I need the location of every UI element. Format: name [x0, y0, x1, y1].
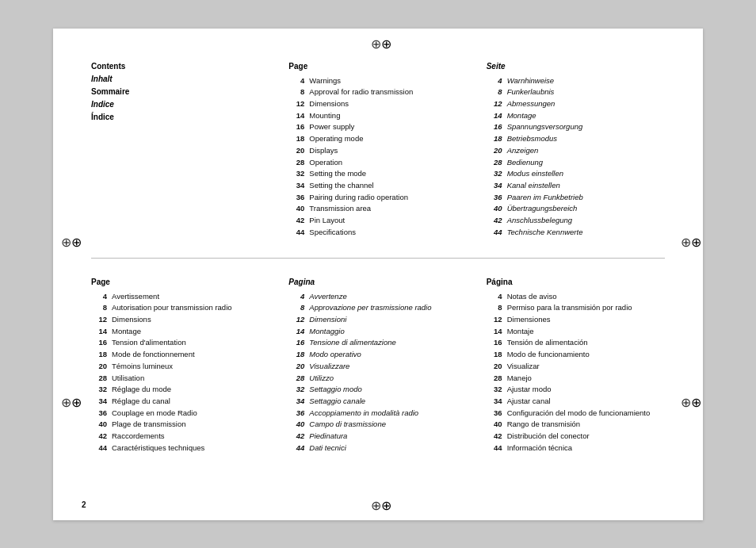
list-item: 16Tensione di alimentazione	[288, 337, 467, 349]
crosshair-bottom-icon: ⊕	[371, 498, 385, 512]
list-item: 18Betriebsmodus	[487, 133, 665, 145]
list-item: 40Transmission area	[288, 203, 467, 215]
list-item: 14Montaggio	[288, 326, 467, 338]
list-item: 14Montaje	[487, 326, 665, 338]
list-item: 14Mounting	[288, 110, 467, 122]
col3-bottom: Página 4Notas de aviso 8Permiso para la …	[477, 270, 674, 461]
list-item: 36Accoppiamento in modalità radio	[288, 408, 467, 420]
list-item: 36Paaren im Funkbetrieb	[487, 192, 665, 204]
list-item: 42Distribución del conector	[487, 431, 665, 443]
list-item: 40Rango de transmisión	[487, 419, 665, 431]
list-item: 4Avvertenze	[288, 291, 467, 303]
list-item: 8Approvazione per trasmissione radio	[288, 302, 467, 314]
list-item: 28Utilisation	[91, 373, 269, 385]
crosshair-left-bottom-icon: ⊕	[61, 395, 75, 409]
list-item: 28Utilizzo	[288, 373, 467, 385]
list-item: 28Operation	[288, 157, 467, 169]
list-item: 4Warnhinweise	[487, 75, 665, 87]
list-item: 44Specifications	[288, 227, 467, 239]
list-item: 16Tension d'alimentation	[91, 337, 269, 349]
list-item: 32Ajustar modo	[487, 384, 665, 396]
inhalt-label: Inhalt	[91, 73, 269, 86]
list-item: 42Anschlussbelegung	[487, 215, 665, 227]
list-item: 8Autorisation pour transmission radio	[91, 302, 269, 314]
list-item: 44Información técnica	[487, 443, 665, 454]
sommaire-label: Sommaire	[91, 86, 269, 98]
list-item: 14Montage	[91, 326, 269, 338]
list-item: 4Notas de aviso	[487, 291, 665, 303]
list-item: 42Pin Layout	[288, 215, 467, 227]
col2-top-header: Page	[288, 60, 467, 72]
list-item: 20Témoins lumineux	[91, 361, 269, 373]
list-item: 28Bedienung	[487, 157, 665, 169]
list-item: 42Raccordements	[91, 431, 269, 443]
bottom-content-grid: Page 4Avertissement 8Autorisation pour t…	[82, 270, 674, 461]
indice2-label: Índice	[91, 111, 269, 124]
list-item: 12Abmessungen	[487, 98, 665, 110]
top-content-grid: Contents Inhalt Sommaire Indice Índice P…	[82, 54, 674, 245]
col1-bottom: Page 4Avertissement 8Autorisation pour t…	[82, 270, 279, 461]
list-item: 18Modo de funcionamiento	[487, 349, 665, 361]
col1-bottom-header: Page	[91, 276, 269, 288]
crosshair-right-bottom-icon: ⊕	[681, 395, 695, 409]
col1-top: Contents Inhalt Sommaire Indice Índice	[82, 54, 279, 245]
list-item: 32Modus einstellen	[487, 168, 665, 180]
list-item: 36Couplage en mode Radio	[91, 408, 269, 420]
list-item: 16Spannungsversorgung	[487, 121, 665, 133]
list-item: 44Dati tecnici	[288, 443, 467, 454]
list-item: 34Ajustar canal	[487, 396, 665, 408]
list-item: 12Dimensions	[91, 314, 269, 326]
list-item: 20Visualizar	[487, 361, 665, 373]
col2-bottom-header: Pagina	[288, 276, 467, 288]
list-item: 36Configuración del modo de funcionamien…	[487, 408, 665, 420]
list-item: 8Approval for radio transmission	[288, 86, 467, 98]
list-item: 40Plage de transmission	[91, 419, 269, 431]
list-item: 28Manejo	[487, 373, 665, 385]
col2-bottom: Pagina 4Avvertenze 8Approvazione per tra…	[279, 270, 476, 461]
list-item: 18Mode de fonctionnement	[91, 349, 269, 361]
page-number: 2	[82, 500, 86, 509]
crosshair-left-top-icon: ⊕	[61, 235, 75, 249]
col3-top: Seite 4Warnhinweise 8Funkerlaubnis 12Abm…	[477, 54, 674, 245]
list-item: 20Anzeigen	[487, 145, 665, 157]
list-item: 32Settaggio modo	[288, 384, 467, 396]
list-item: 34Réglage du canal	[91, 396, 269, 408]
crosshair-right-top-icon: ⊕	[681, 235, 695, 249]
list-item: 20Visualizzare	[288, 361, 467, 373]
list-item: 44Technische Kennwerte	[487, 227, 665, 239]
col2-top: Page 4Warnings 8Approval for radio trans…	[279, 54, 476, 245]
col3-top-header: Seite	[487, 60, 665, 72]
list-item: 40Campo di trasmissione	[288, 419, 467, 431]
list-item: 4Avertissement	[91, 291, 269, 303]
page: ⊕ ⊕ ⊕ ⊕ ⊕ ⊕ Contents Inhalt Sommaire Ind…	[53, 29, 703, 520]
list-item: 8Permiso para la transmisión por radio	[487, 302, 665, 314]
list-item: 20Displays	[288, 145, 467, 157]
contents-label: Contents	[91, 60, 269, 73]
list-item: 16Tensión de alimentación	[487, 337, 665, 349]
list-item: 14Montage	[487, 110, 665, 122]
list-item: 12Dimensioni	[288, 314, 467, 326]
list-item: 32Réglage du mode	[91, 384, 269, 396]
list-item: 12Dimensions	[288, 98, 467, 110]
crosshair-top-icon: ⊕	[371, 36, 385, 51]
indice-label: Indice	[91, 98, 269, 111]
list-item: 8Funkerlaubnis	[487, 86, 665, 98]
list-item: 34Kanal einstellen	[487, 180, 665, 192]
list-item: 34Settaggio canale	[288, 396, 467, 408]
list-item: 36Pairing during radio operation	[288, 192, 467, 204]
list-item: 18Modo operativo	[288, 349, 467, 361]
list-item: 44Caractéristiques techniques	[91, 443, 269, 454]
col3-bottom-header: Página	[487, 276, 665, 288]
list-item: 42Piedinatura	[288, 431, 467, 443]
section-divider	[91, 258, 665, 259]
list-item: 32Setting the mode	[288, 168, 467, 180]
list-item: 34Setting the channel	[288, 180, 467, 192]
list-item: 16Power supply	[288, 121, 467, 133]
list-item: 12Dimensiones	[487, 314, 665, 326]
list-item: 4Warnings	[288, 75, 467, 87]
list-item: 40Übertragungsbereich	[487, 203, 665, 215]
list-item: 18Operating mode	[288, 133, 467, 145]
